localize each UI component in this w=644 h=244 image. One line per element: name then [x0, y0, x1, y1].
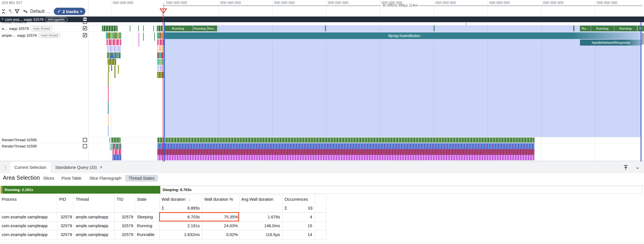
- render-thread-tick[interactable]: [110, 143, 110, 150]
- chevron-down-icon[interactable]: ⌄: [635, 163, 640, 170]
- thread-state-tick[interactable]: [573, 26, 574, 31]
- flame-slice[interactable]: [108, 114, 109, 126]
- track-checkbox-render-thread-1[interactable]: [83, 138, 87, 142]
- col-header-occurrences[interactable]: Occurrences: [285, 195, 314, 204]
- flame-slices[interactable]: [107, 46, 121, 52]
- details-panel: ⋮ Current Selection Standalone Query (33…: [0, 161, 644, 244]
- track-label: Actual Timeline: [2, 22, 27, 24]
- col-header-avg-wall-duration[interactable]: Avg Wall duration: [241, 195, 281, 204]
- ruler-tick-label: 000 000 000: [113, 1, 133, 5]
- flame-slice[interactable]: [108, 65, 109, 72]
- subtab-thread-states[interactable]: Thread States: [125, 175, 158, 182]
- close-icon[interactable]: ×: [100, 165, 102, 170]
- thread-state-slices[interactable]: [102, 26, 118, 31]
- track-row-actual-timeline[interactable]: Actual Timeline: [0, 22, 88, 25]
- tab-current-selection[interactable]: Current Selection: [10, 162, 51, 173]
- sort-desc-icon[interactable]: ↓: [188, 197, 190, 202]
- collapse-panel-icon[interactable]: [623, 164, 629, 172]
- subtab-slice-flamegraph[interactable]: Slice Flamegraph: [89, 176, 122, 181]
- workspace-icon[interactable]: [22, 8, 29, 15]
- process-select-checkbox[interactable]: [83, 17, 87, 21]
- unfold-less-icon[interactable]: [0, 8, 7, 15]
- track-checkbox[interactable]: [83, 22, 87, 24]
- area-selection-overlay[interactable]: [164, 25, 641, 137]
- workspace-label[interactable]: Default …: [30, 9, 50, 14]
- flame-slice[interactable]: [139, 33, 139, 46]
- col-header-process[interactable]: Process: [2, 195, 56, 204]
- scrollbar-thumb[interactable]: [642, 33, 644, 45]
- thread-state-tick[interactable]: [143, 26, 144, 31]
- filter-icon[interactable]: [14, 8, 20, 15]
- selection-end-handle[interactable]: [641, 22, 641, 161]
- track-checkbox-render-thread-2[interactable]: [83, 144, 87, 148]
- thread-state-tick[interactable]: [153, 26, 154, 31]
- table-row-cell: Running: [137, 221, 158, 230]
- running-slice[interactable]: Ru…: [580, 26, 591, 31]
- running-slice[interactable]: Running: [614, 26, 637, 31]
- col-header-thread[interactable]: Thread: [76, 195, 113, 204]
- panel-menu-icon[interactable]: ⋮: [3, 165, 8, 171]
- running-slice[interactable]: Running: [164, 26, 192, 31]
- table-row-cell: 1.632ms: [159, 230, 200, 239]
- render-thread-slices[interactable]: [157, 143, 534, 149]
- track-row-main-thread-1[interactable]: a… eapp 32579 main thread: [0, 25, 88, 32]
- col-header-state[interactable]: State: [137, 195, 158, 204]
- flame-slice[interactable]: [108, 86, 109, 102]
- slice-handle-network-response[interactable]: handleNetworkResponse: [580, 40, 642, 46]
- table-row-cell: Runnable: [137, 230, 158, 239]
- slice-submit-button[interactable]: MyApp:SubmitButton: [164, 32, 644, 39]
- col-header-tid[interactable]: TID: [117, 195, 133, 204]
- flame-slice[interactable]: [108, 102, 109, 114]
- running-slice[interactable]: Running: [591, 26, 614, 31]
- running-slice[interactable]: Run…: [207, 26, 217, 31]
- render-thread-slices[interactable]: [157, 149, 534, 155]
- flame-slice[interactable]: [143, 33, 144, 41]
- render-thread-slices[interactable]: [111, 138, 121, 143]
- track-label-head: a…: [2, 26, 7, 31]
- table-row-cell[interactable]: com.example.sampleapp: [2, 230, 56, 239]
- col-header-pid[interactable]: PID: [59, 195, 72, 204]
- selection-start-handle[interactable]: [164, 22, 165, 161]
- track-row-render-thread-1[interactable]: RenderThread 32595: [0, 137, 88, 143]
- running-slice[interactable]: Running: [193, 26, 207, 31]
- render-thread-slices[interactable]: [157, 155, 534, 160]
- table-row-cell[interactable]: com.example.sampleapp: [2, 212, 56, 221]
- flame-slice[interactable]: [108, 72, 109, 86]
- cursor-disabled-icon[interactable]: [7, 8, 14, 15]
- flame-slices[interactable]: [106, 39, 121, 45]
- flame-slices[interactable]: [106, 32, 121, 39]
- thread-state-slices[interactable]: [157, 26, 162, 31]
- flame-slice[interactable]: [118, 65, 119, 74]
- tracks-pill-button[interactable]: ✓ 2 tracks ▾: [54, 8, 85, 15]
- render-thread-slices[interactable]: [112, 149, 121, 155]
- render-thread-tick[interactable]: [111, 143, 112, 150]
- render-thread-slices[interactable]: [112, 155, 121, 160]
- col-header-wall-duration[interactable]: Wall duration ↓: [162, 195, 201, 204]
- subtab-pivot-table[interactable]: Pivot Table: [61, 176, 82, 181]
- flame-slice[interactable]: [108, 126, 109, 136]
- track-row-main-thread-2[interactable]: ample… eapp 32579 main thread: [0, 32, 88, 38]
- render-thread-slices[interactable]: [112, 143, 121, 149]
- thread-state-tick[interactable]: [466, 23, 466, 25]
- table-row-cell[interactable]: com.example.sampleapp: [2, 221, 56, 230]
- flame-slice[interactable]: [114, 65, 116, 78]
- marker-line[interactable]: [163, 13, 163, 161]
- marker-flag-icon[interactable]: [159, 8, 167, 14]
- flame-slice[interactable]: [154, 33, 155, 41]
- render-thread-tick[interactable]: [110, 138, 110, 143]
- thread-state-tick[interactable]: [130, 26, 130, 31]
- flow-arrow-icon: [109, 52, 116, 61]
- thread-state-tick[interactable]: [138, 26, 139, 31]
- tab-standalone-query[interactable]: Standalone Query (33) ×: [52, 162, 106, 173]
- flame-slice[interactable]: [111, 65, 112, 71]
- track-checkbox-main-thread-1[interactable]: [83, 26, 87, 30]
- summary-sleeping-segment: Sleeping: 6.703s: [160, 186, 642, 194]
- render-thread-slices[interactable]: [157, 138, 534, 143]
- thread-state-tick[interactable]: [434, 26, 435, 31]
- process-group-header[interactable]: ^ com.exa… eapp 32579 debuggable: [0, 17, 644, 22]
- subtab-slices[interactable]: Slices: [43, 176, 54, 181]
- thread-state-tick[interactable]: [325, 26, 326, 31]
- track-row-render-thread-2[interactable]: RenderThread 32595: [0, 143, 88, 149]
- track-checkbox-main-thread-2[interactable]: [83, 33, 87, 37]
- col-header-wall-duration-pct[interactable]: Wall duration %: [204, 195, 238, 204]
